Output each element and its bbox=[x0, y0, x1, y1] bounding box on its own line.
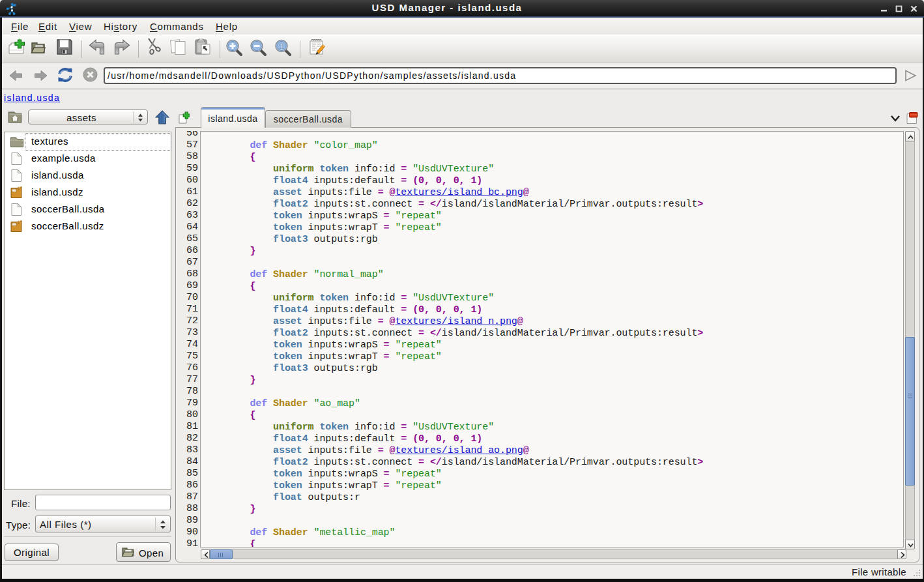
svg-text:1: 1 bbox=[279, 42, 283, 51]
